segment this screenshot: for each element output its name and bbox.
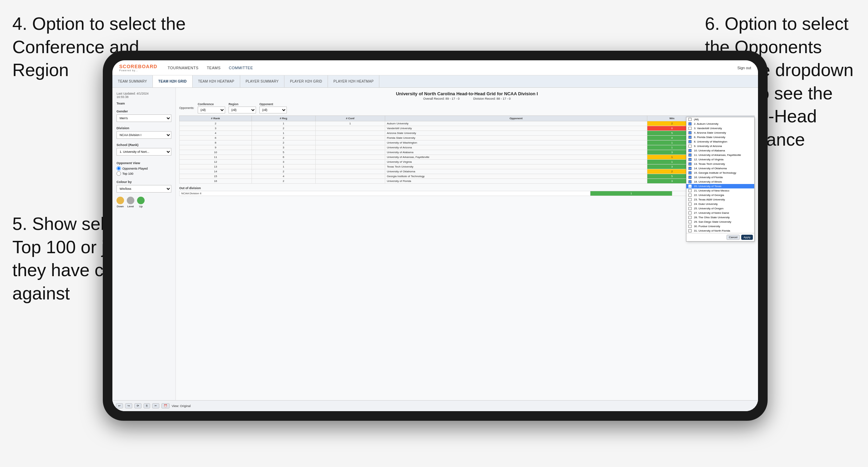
dropdown-item[interactable]: ✓2. Auburn University [686,122,754,126]
apply-button[interactable]: Apply [741,235,753,240]
table-row: 13 1 Texas Tech University 3 0 [180,164,755,169]
gender-select[interactable]: Men's [117,114,171,122]
scissors-btn[interactable]: ✂ [152,403,159,408]
legend-level-dot [127,197,134,204]
division-select[interactable]: NCAA Division I [117,131,171,139]
cell-conf [315,131,385,136]
nav-teams[interactable]: TEAMS [207,66,220,70]
school-select[interactable]: 1. University of Nort... [117,148,171,156]
checkbox-icon: ✓ [688,158,692,161]
dropdown-item[interactable]: ✓10. University of Alabama [686,148,754,153]
dropdown-item[interactable]: (All) [686,117,754,122]
dropdown-item[interactable]: ✓8. University of Washington [686,139,754,144]
dropdown-item[interactable]: 3. Vanderbilt University [686,126,754,131]
copy-btn[interactable]: ⎘ [144,403,150,408]
dropdown-item[interactable]: 24. Duke University [686,202,754,206]
checkbox-icon [688,207,692,210]
dropdown-item[interactable]: 29. San Diego State University [686,220,754,224]
tab-team-h2h-grid[interactable]: TEAM H2H GRID [153,75,193,87]
col-conf: # Conf [315,116,385,121]
dropdown-item[interactable]: 28. The Ohio State University [686,215,754,220]
table-row: 11 6 University of Arkansas, Fayettevill… [180,155,755,160]
legend-down-dot [117,197,124,204]
dropdown-item[interactable]: 30. Purdue University [686,224,754,229]
nav-tournaments[interactable]: TOURNAMENTS [168,66,198,70]
undo-btn[interactable]: ↩ [116,403,123,408]
dropdown-item-label: 12. University of Virginia [694,158,723,161]
cell-rank: 15 [180,174,252,179]
opponent-filter-select[interactable]: (All) [259,107,287,113]
logo-sub: Powered by... [119,69,157,72]
nav-committee[interactable]: COMMITTEE [229,66,253,70]
dropdown-item[interactable]: 25. University of Oregon [686,206,754,211]
view-label: View: Original [172,404,191,408]
cell-rank: 10 [180,150,252,155]
cell-opponent: University of Alabama [385,150,647,155]
radio-opponents-played[interactable]: Opponents Played [117,166,171,171]
radio-opponents-played-input[interactable] [117,166,121,171]
conference-filter-select[interactable]: (All) [198,107,225,113]
cell-opponent: Arizona State University [385,131,647,136]
dropdown-overlay[interactable]: (All)✓2. Auburn University3. Vanderbilt … [686,117,755,242]
tab-player-summary[interactable]: PLAYER SUMMARY [240,75,285,87]
redo-btn[interactable]: ↪ [125,403,132,408]
dropdown-item[interactable]: ✓4. Arizona State University [686,131,754,135]
table-row: 12 3 University of Virginia 1 0 [180,160,755,164]
reset-btn[interactable]: ⟳ [134,403,142,408]
dropdown-item[interactable]: 27. University of Notre Dame [686,211,754,215]
dropdown-item[interactable]: ✓12. University of Virginia [686,157,754,162]
dropdown-item-label: 27. University of Notre Dame [694,211,729,214]
color-legend: Down Level Up [117,197,171,208]
cell-opponent: University of Virginia [385,160,647,164]
dropdown-item[interactable]: 31. University of North Florida [686,229,754,233]
checkbox-icon [688,145,692,148]
cell-opponent: University of Oklahoma [385,169,647,174]
header-nav: TOURNAMENTS TEAMS COMMITTEE [168,66,253,70]
checkbox-icon [688,220,692,223]
sidebar-team-section: Team [117,101,171,105]
cell-reg: 3 [252,145,315,150]
tab-team-h2h-heatmap[interactable]: TEAM H2H HEATMAP [193,75,240,87]
cell-opponent: University of Florida [385,179,647,184]
checkbox-icon: ✓ [688,140,692,143]
radio-top100[interactable]: Top 100 [117,171,171,176]
dropdown-item[interactable]: 22. University of Georgia [686,193,754,197]
cell-reg: 3 [252,160,315,164]
dropdown-item-label: 11. University of Arkansas, Fayetteville [694,153,741,157]
tab-team-summary[interactable]: TEAM SUMMARY [112,75,153,87]
checkbox-icon: ✓ [688,122,692,125]
dropdown-item[interactable]: ✓11. University of Arkansas, Fayettevill… [686,153,754,157]
division-label: Division [117,126,171,130]
cancel-button[interactable]: Cancel [726,235,740,240]
checkbox-icon [688,198,692,201]
overall-record: Overall Record: 89 - 17 - 0 [423,97,460,100]
dropdown-item[interactable]: ✓14. University of Oklahoma [686,166,754,171]
filter-region-group: Region (All) [229,102,256,113]
dropdown-item[interactable]: ✓20. University of Texas [686,184,754,188]
cell-opponent: Georgia Institute of Technology [385,174,647,179]
dropdown-item[interactable]: ✓16. University of Florida [686,175,754,180]
cell-opponent: Auburn University [385,121,647,126]
dropdown-item-label: 29. San Diego State University [694,220,731,223]
dropdown-item[interactable]: ✓18. University of Illinois [686,180,754,184]
cell-conf [315,174,385,179]
dropdown-item[interactable]: ✓15. Georgia Institute of Technology [686,171,754,175]
clock-btn[interactable]: ⏰ [161,403,170,408]
dropdown-item[interactable]: ✓13. Texas Tech University [686,162,754,166]
dropdown-item[interactable]: 23. Texas A&M University [686,197,754,202]
radio-top100-input[interactable] [117,171,121,176]
opponent-view-label: Opponent View [117,161,171,165]
dropdown-item[interactable]: ✓6. Florida State University [686,135,754,139]
tab-player-h2h-grid[interactable]: PLAYER H2H GRID [284,75,328,87]
dropdown-item[interactable]: 9. University of Arizona [686,144,754,148]
dropdown-item[interactable]: 21. University of New Mexico [686,188,754,193]
tab-player-h2h-heatmap[interactable]: PLAYER H2H HEATMAP [328,75,379,87]
cell-conf [315,164,385,169]
checkbox-icon: ✓ [688,167,692,170]
colour-select[interactable]: Win/loss [117,185,171,193]
table-row: 9 3 University of Arizona 1 0 [180,145,755,150]
signout[interactable]: Sign out [737,66,751,70]
table-row: 14 2 University of Oklahoma 2 2 [180,169,755,174]
filter-row: Opponents: Conference (All) Region (All) [179,102,755,113]
region-filter-select[interactable]: (All) [229,107,256,113]
